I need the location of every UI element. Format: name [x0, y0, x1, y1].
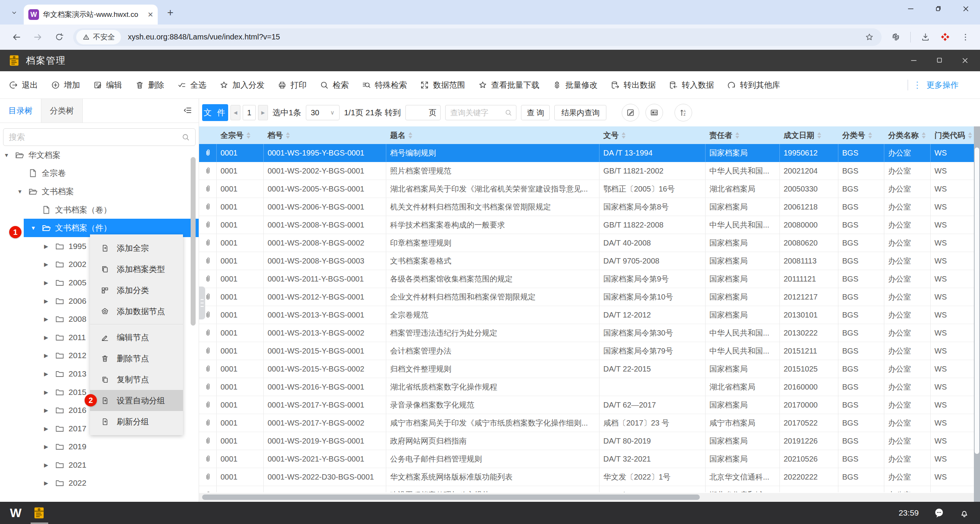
address-bar[interactable]: 不安全 xysh.eu.org:8848/Lams/vue/index.html…: [73, 28, 882, 46]
card-view-button[interactable]: [645, 104, 663, 121]
tree-arrow-icon[interactable]: ▼: [4, 152, 15, 158]
column-header-2[interactable]: 档号: [264, 126, 386, 144]
column-header-5[interactable]: 责任者: [706, 126, 780, 144]
sort-icon[interactable]: [735, 132, 739, 139]
next-page-button[interactable]: ▶: [258, 105, 268, 120]
table-row[interactable]: 00010001-WS-1995-Y-BGS-0001档号编制规则DA /T 1…: [199, 144, 980, 162]
toolbar-button-check-all[interactable]: 全选: [171, 80, 213, 90]
tree-arrow-icon[interactable]: ▶: [44, 480, 55, 486]
table-row[interactable]: 00010001-WS-2021-Y-BGS-0001公务电子邮件归档管理规则D…: [199, 450, 980, 468]
table-row[interactable]: 00010001-WS-2013-Y-BGS-0002档案管理违法违纪行为处分规…: [199, 324, 980, 342]
context-menu-item-2[interactable]: 添加分类: [90, 280, 183, 301]
table-row[interactable]: 00010001-WS-2008-Y-BGS-0002印章档案整理规则DA/T …: [199, 234, 980, 252]
tree-arrow-icon[interactable]: ▼: [17, 188, 28, 195]
column-header-7[interactable]: 分类号: [838, 126, 884, 144]
more-actions-button[interactable]: ⋮ 更多操作: [908, 80, 980, 90]
edit-view-button[interactable]: [622, 104, 639, 121]
tree-arrow-icon[interactable]: ▶: [44, 316, 55, 322]
tree-arrow-icon[interactable]: ▶: [44, 462, 55, 468]
sidebar-search-input[interactable]: 搜索: [3, 128, 196, 146]
column-header-1[interactable]: 全宗号: [217, 126, 264, 144]
forward-icon[interactable]: [33, 32, 43, 42]
browser-close-button[interactable]: [962, 5, 970, 13]
bookmark-star-icon[interactable]: [865, 33, 874, 42]
sort-icon[interactable]: [922, 132, 926, 139]
reload-icon[interactable]: [54, 32, 64, 42]
sidebar-tab-0[interactable]: 目录树: [0, 99, 41, 123]
vertical-scrollbar[interactable]: [974, 126, 980, 502]
context-menu-item-7[interactable]: 设置自动分组2: [90, 390, 183, 411]
tree-arrow-icon[interactable]: ▶: [44, 334, 55, 341]
tree-arrow-icon[interactable]: ▶: [44, 298, 55, 304]
new-tab-button[interactable]: +: [164, 6, 177, 19]
app-minimize-button[interactable]: [910, 56, 918, 65]
horizontal-scrollbar[interactable]: [199, 493, 980, 501]
chat-icon[interactable]: [933, 507, 945, 519]
column-header-9[interactable]: 门类代码: [931, 126, 974, 144]
page-size-select[interactable]: 30 ∨: [306, 105, 340, 120]
table-row[interactable]: 00010001-WS-2015-Y-BGS-0002归档文件整理规则DA/T …: [199, 360, 980, 378]
browser-restore-button[interactable]: [934, 5, 942, 13]
app-close-button[interactable]: [961, 56, 969, 65]
toolbar-button-special-search[interactable]: 特殊检索: [355, 80, 413, 90]
toolbar-button-db-out[interactable]: 转出数据: [604, 80, 662, 90]
toolbar-button-plus-circle[interactable]: 增加: [44, 80, 87, 90]
column-header-3[interactable]: 题名: [386, 126, 599, 144]
table-row[interactable]: 00010001-WS-2006-Y-BGS-0001机关文件材料归档范围和文书…: [199, 198, 980, 216]
toolbar-button-layers[interactable]: 批量修改: [546, 80, 604, 90]
taskbar-w-logo[interactable]: W: [10, 506, 21, 520]
toolbar-button-star[interactable]: 查看批量下载: [472, 80, 546, 90]
tree-arrow-icon[interactable]: ▶: [44, 444, 55, 450]
sort-icon[interactable]: [968, 132, 972, 139]
table-row[interactable]: 00010001-WS-2012-Y-BGS-0001企业文件材料归档范围和档案…: [199, 288, 980, 306]
table-row[interactable]: 00010001-WS-2023-Y-BGS-0001建设工程档案整理与移交规范…: [199, 486, 980, 492]
toolbar-button-logout[interactable]: 退出: [2, 80, 44, 90]
table-row[interactable]: 00010001-WS-2015-Y-BGS-0001会计档案管理办法国家档案局…: [199, 342, 980, 360]
context-menu-item-0[interactable]: 添加全宗: [90, 237, 183, 259]
downloads-icon[interactable]: [921, 32, 930, 42]
extensions-icon[interactable]: [891, 32, 900, 42]
prev-page-button[interactable]: ◀: [230, 105, 240, 120]
tree-arrow-icon[interactable]: ▶: [44, 426, 55, 432]
current-page[interactable]: 1: [243, 105, 256, 120]
toolbar-button-db-in[interactable]: 转入数据: [662, 80, 720, 90]
tree-item[interactable]: ▶2019: [0, 438, 199, 456]
query-button[interactable]: 查 询: [521, 105, 550, 120]
column-header-8[interactable]: 分类名称: [884, 126, 931, 144]
context-menu-item-3[interactable]: 添加数据节点: [90, 301, 183, 322]
toolbar-button-trash[interactable]: 删除: [129, 80, 171, 90]
security-chip[interactable]: 不安全: [76, 30, 121, 44]
browser-minimize-button[interactable]: [906, 5, 915, 13]
browser-tab[interactable]: W 华文档案演示站-www.hwxt.co ×: [24, 5, 158, 25]
toolbar-button-star[interactable]: 加入分发: [213, 80, 271, 90]
notification-bell-icon[interactable]: [959, 508, 969, 518]
tree-arrow-icon[interactable]: ▶: [44, 389, 55, 395]
context-menu-item-6[interactable]: 复制节点: [90, 369, 183, 390]
toolbar-button-transfer[interactable]: 转到其他库: [720, 80, 787, 90]
table-row[interactable]: 00010001-WS-2017-Y-BGS-0001录音录像档案数字化规范DA…: [199, 396, 980, 414]
tree-arrow-icon[interactable]: ▼: [31, 225, 41, 231]
column-header-6[interactable]: 成文日期: [780, 126, 838, 144]
file-tab-button[interactable]: 文 件: [202, 104, 228, 121]
extension-diamonds-icon[interactable]: [940, 32, 951, 43]
tab-close-icon[interactable]: ×: [148, 9, 153, 20]
sort-icon[interactable]: [247, 132, 250, 139]
goto-page-input[interactable]: 页: [405, 105, 441, 120]
sort-icon[interactable]: [286, 132, 290, 139]
app-maximize-button[interactable]: [936, 56, 943, 65]
tree-item[interactable]: ▼华文档案: [0, 146, 199, 164]
context-menu-item-4[interactable]: 编辑节点: [90, 327, 183, 348]
sort-icon[interactable]: [622, 132, 626, 139]
tree-arrow-icon[interactable]: ▶: [44, 371, 55, 377]
table-row[interactable]: 00010001-WS-2022-D30-BGS-0001华文档案系统网络版标准…: [199, 468, 980, 486]
tree-arrow-icon[interactable]: ▶: [44, 407, 55, 413]
toolbar-button-printer[interactable]: 打印: [271, 80, 313, 90]
tree-arrow-icon[interactable]: ▶: [44, 280, 55, 286]
tree-item[interactable]: ▼文书档案: [0, 182, 199, 201]
table-row[interactable]: 00010001-WS-2013-Y-BGS-0001全宗卷规范DA/T 12-…: [199, 306, 980, 324]
result-query-button[interactable]: 结果内查询: [554, 105, 606, 120]
tree-arrow-icon[interactable]: ▶: [44, 243, 55, 249]
taskbar-app-button[interactable]: [32, 502, 46, 524]
sidebar-collapse-handle[interactable]: [199, 287, 205, 319]
column-header-0[interactable]: [199, 126, 217, 144]
